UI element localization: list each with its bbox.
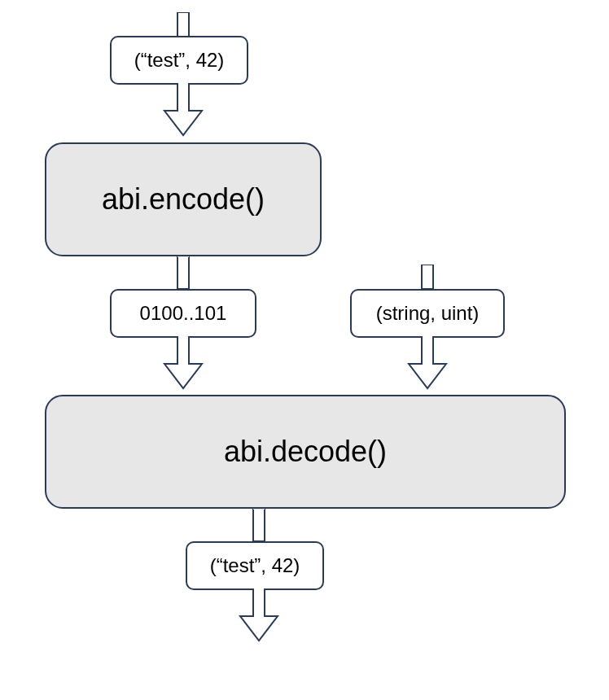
arrow-encode-to-bytes — [169, 256, 198, 289]
encode-label: abi.encode() — [102, 182, 265, 217]
arrow-bytes-to-decode — [159, 336, 208, 393]
encode-box: abi.encode() — [45, 142, 322, 256]
arrow-type-to-decode — [403, 336, 452, 393]
encoded-bytes-label: 0100..101 — [140, 302, 227, 325]
arrow-decode-to-output — [244, 509, 274, 541]
input-tuple-label: (“test”, 42) — [134, 49, 225, 72]
encoded-bytes-box: 0100..101 — [110, 289, 256, 338]
input-tuple-box: (“test”, 42) — [110, 36, 248, 85]
output-tuple-box: (“test”, 42) — [186, 541, 324, 590]
arrow-stub-top — [169, 12, 198, 37]
output-tuple-label: (“test”, 42) — [210, 554, 300, 577]
decode-box: abi.decode() — [45, 395, 566, 509]
arrow-input-to-encode — [159, 83, 208, 140]
type-tuple-label: (string, uint) — [376, 302, 480, 325]
type-tuple-box: (string, uint) — [350, 289, 505, 338]
arrow-output-down — [234, 588, 283, 645]
arrow-stub-type — [413, 265, 442, 289]
decode-label: abi.decode() — [224, 435, 387, 469]
